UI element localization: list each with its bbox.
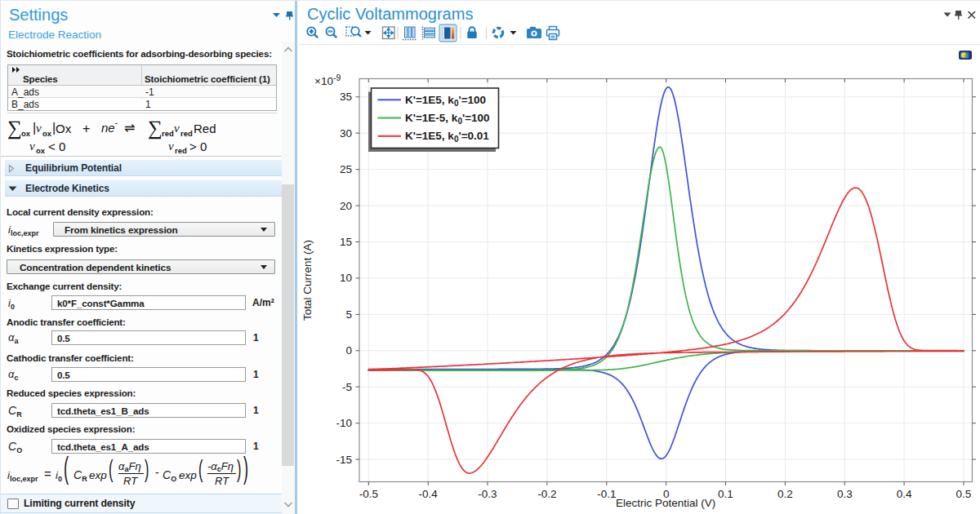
svg-text:-0.2: -0.2 xyxy=(537,488,556,500)
svg-text:15: 15 xyxy=(340,236,352,248)
svg-text:-0.5: -0.5 xyxy=(359,488,378,500)
svg-text:K'=1E5, k0'=100: K'=1E5, k0'=100 xyxy=(405,94,486,108)
svg-text:×10-9: ×10-9 xyxy=(314,73,341,87)
svg-text:25: 25 xyxy=(340,163,352,175)
svg-text:-15: -15 xyxy=(336,454,352,466)
svg-text:20: 20 xyxy=(340,200,352,212)
svg-text:K'=1E5, k0'=0.01: K'=1E5, k0'=0.01 xyxy=(405,130,489,144)
svg-text:-10: -10 xyxy=(336,417,352,429)
svg-text:-0.1: -0.1 xyxy=(597,488,616,500)
svg-text:K'=1E-5, k0'=100: K'=1E-5, k0'=100 xyxy=(405,112,490,126)
svg-text:0: 0 xyxy=(345,344,352,357)
svg-text:0.2: 0.2 xyxy=(777,488,793,500)
svg-text:-5: -5 xyxy=(342,381,352,393)
svg-text:0.5: 0.5 xyxy=(956,488,972,500)
svg-text:0.4: 0.4 xyxy=(897,488,912,500)
svg-text:0.3: 0.3 xyxy=(837,488,853,500)
svg-text:-0.4: -0.4 xyxy=(419,488,439,500)
svg-text:5: 5 xyxy=(345,308,352,321)
svg-text:Total Current (A): Total Current (A) xyxy=(301,240,314,321)
svg-text:Electric Potential (V): Electric Potential (V) xyxy=(616,497,715,509)
svg-text:-0.3: -0.3 xyxy=(478,488,497,500)
svg-text:35: 35 xyxy=(340,91,352,103)
svg-text:0.1: 0.1 xyxy=(718,488,733,500)
svg-text:30: 30 xyxy=(340,127,352,140)
svg-text:10: 10 xyxy=(340,272,352,284)
